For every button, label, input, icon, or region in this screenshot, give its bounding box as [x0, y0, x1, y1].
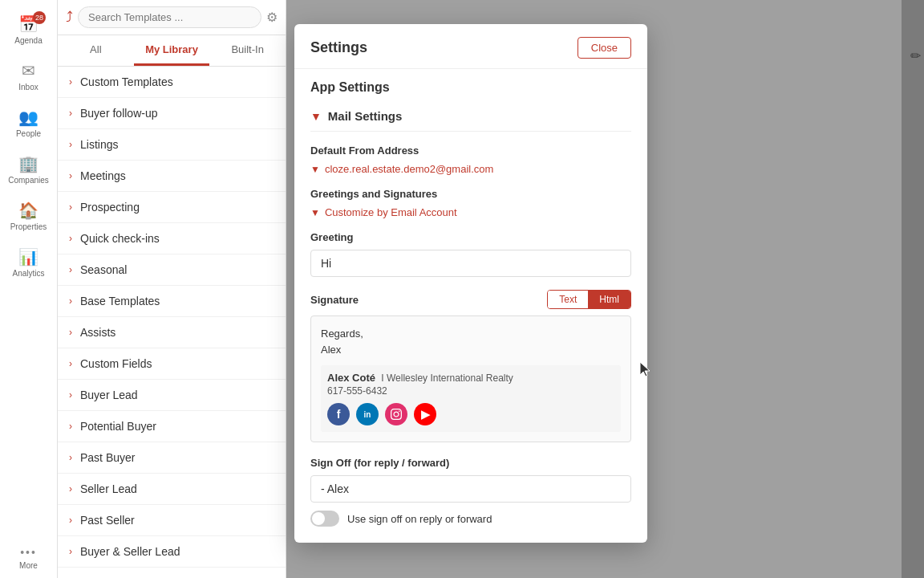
nav-item-properties[interactable]: 🏠 Properties	[0, 193, 57, 239]
icon-nav: 📅 Agenda 28 ✉ Inbox 👥 People 🏢 Companies…	[0, 0, 58, 578]
sidebar-item-label: Buyer & Seller Lead	[80, 545, 180, 558]
sidebar-item-assists[interactable]: › Assists	[58, 317, 286, 348]
main-content: Settings Close App Settings ▼ Mail Setti…	[286, 0, 924, 578]
chevron-right-icon: ›	[69, 389, 72, 401]
chevron-right-icon: ›	[69, 139, 72, 150]
sidebar-item-label: Custom Templates	[80, 75, 173, 88]
sig-phone: 617-555-6432	[327, 385, 614, 397]
signature-row: Signature Text Html	[310, 290, 631, 309]
use-sign-off-toggle[interactable]	[310, 511, 339, 527]
sidebar-item-label: Listings	[80, 138, 118, 151]
signature-label: Signature	[310, 294, 359, 306]
nav-item-more[interactable]: ••• More	[0, 538, 57, 578]
signature-toggle-group: Text Html	[547, 290, 631, 309]
nav-item-agenda[interactable]: 📅 Agenda 28	[0, 6, 57, 53]
sign-off-input[interactable]	[310, 475, 631, 503]
sidebar-item-quick-check-ins[interactable]: › Quick check-ins	[58, 223, 286, 254]
sidebar-item-meetings[interactable]: › Meetings	[58, 161, 286, 192]
sidebar: ⤴ ⚙ All My Library Built-In › Custom Tem…	[58, 0, 286, 578]
customize-link-row: ▼ Customize by Email Account	[310, 206, 631, 218]
sidebar-item-base-templates[interactable]: › Base Templates	[58, 286, 286, 317]
sidebar-item-label: Seasonal	[80, 263, 127, 276]
nav-label-analytics: Analytics	[12, 269, 44, 278]
sidebar-item-buyer-lead[interactable]: › Buyer Lead	[58, 380, 286, 411]
sidebar-item-seasonal[interactable]: › Seasonal	[58, 254, 286, 286]
tab-built-in[interactable]: Built-In	[209, 35, 286, 66]
app-settings-heading: App Settings	[310, 69, 631, 101]
youtube-icon[interactable]: ▶	[414, 403, 436, 425]
chevron-right-icon: ›	[69, 515, 72, 526]
mail-settings-title: Mail Settings	[328, 109, 403, 123]
sidebar-item-label: Meetings	[80, 169, 126, 182]
sidebar-item-label: Potential Buyer	[80, 420, 156, 433]
chevron-right-icon: ›	[69, 170, 72, 181]
chevron-right-icon: ›	[69, 108, 72, 119]
sidebar-item-custom-templates[interactable]: › Custom Templates	[58, 67, 286, 98]
nav-item-companies[interactable]: 🏢 Companies	[0, 146, 57, 193]
social-icons-row: f in ▶	[327, 403, 614, 425]
sig-html-button[interactable]: Html	[588, 291, 630, 308]
sidebar-item-label: Past Seller	[80, 514, 135, 527]
properties-icon: 🏠	[18, 201, 38, 220]
sidebar-item-label: Custom Fields	[80, 357, 152, 370]
sidebar-item-past-seller[interactable]: › Past Seller	[58, 505, 286, 536]
nav-item-inbox[interactable]: ✉ Inbox	[0, 53, 57, 100]
sidebar-item-label: Past Buyer	[80, 451, 135, 464]
sig-text-button[interactable]: Text	[548, 291, 588, 308]
sidebar-item-potential-buyer[interactable]: › Potential Buyer	[58, 411, 286, 442]
chevron-right-icon: ›	[69, 201, 72, 213]
close-button[interactable]: Close	[578, 37, 631, 59]
sidebar-item-label: Assists	[80, 326, 116, 339]
dropdown-arrow-icon: ▼	[310, 207, 320, 218]
sidebar-item-label: Seller Lead	[80, 482, 137, 495]
sidebar-back-button[interactable]: ⤴	[66, 9, 73, 26]
customize-link[interactable]: Customize by Email Account	[325, 206, 457, 218]
use-sign-off-row: Use sign off on reply or forward	[310, 511, 631, 527]
nav-label-inbox: Inbox	[18, 83, 38, 92]
tab-all[interactable]: All	[58, 35, 134, 66]
sidebar-item-prospecting[interactable]: › Prospecting	[58, 192, 286, 223]
sidebar-item-past-buyer[interactable]: › Past Buyer	[58, 442, 286, 474]
facebook-icon[interactable]: f	[327, 403, 350, 425]
mail-settings-section[interactable]: ▼ Mail Settings	[310, 101, 631, 132]
filter-button[interactable]: ⚙	[266, 10, 278, 25]
tab-my-library[interactable]: My Library	[134, 35, 210, 66]
linkedin-icon[interactable]: in	[356, 403, 379, 425]
nav-item-analytics[interactable]: 📊 Analytics	[0, 239, 57, 286]
sidebar-item-seller-lead[interactable]: › Seller Lead	[58, 474, 286, 505]
chevron-right-icon: ›	[69, 264, 72, 275]
more-icon: •••	[20, 546, 37, 559]
modal-body: App Settings ▼ Mail Settings Default Fro…	[294, 69, 647, 543]
sidebar-item-custom-fields[interactable]: › Custom Fields	[58, 348, 286, 380]
email-row: ▼ cloze.real.estate.demo2@gmail.com	[310, 163, 631, 175]
nav-item-people[interactable]: 👥 People	[0, 100, 57, 146]
sidebar-item-buyer-seller-lead[interactable]: › Buyer & Seller Lead	[58, 536, 286, 568]
chevron-down-icon: ▼	[310, 110, 322, 123]
sidebar-item-buyer-follow-up[interactable]: › Buyer follow-up	[58, 98, 286, 129]
nav-label-properties: Properties	[10, 222, 47, 231]
sign-off-section: Sign Off (for reply / forward) Use sign …	[310, 457, 631, 527]
chevron-right-icon: ›	[69, 483, 72, 495]
chevron-right-icon: ›	[69, 421, 72, 432]
sidebar-header: ⤴ ⚙	[58, 0, 286, 35]
default-from-label: Default From Address	[310, 144, 631, 157]
sidebar-item-label: Buyer Lead	[80, 389, 138, 401]
instagram-icon[interactable]	[385, 403, 407, 425]
use-sign-off-label: Use sign off on reply or forward	[347, 513, 492, 525]
sidebar-item-listings[interactable]: › Listings	[58, 129, 286, 161]
search-input[interactable]	[78, 6, 261, 28]
chevron-right-icon: ›	[69, 546, 72, 557]
sig-company: I Wellesley International Realty	[381, 372, 513, 384]
agenda-badge: 28	[33, 11, 46, 24]
people-icon: 👥	[18, 108, 38, 127]
analytics-icon: 📊	[18, 247, 38, 267]
chevron-right-icon: ›	[69, 295, 72, 307]
nav-label-more: More	[19, 561, 38, 570]
chevron-right-icon: ›	[69, 358, 72, 369]
nav-label-people: People	[16, 129, 41, 138]
email-address-link[interactable]: cloze.real.estate.demo2@gmail.com	[325, 163, 493, 175]
companies-icon: 🏢	[18, 154, 38, 173]
signature-box[interactable]: Regards, Alex Alex Coté I Wellesley Inte…	[310, 315, 631, 442]
greeting-input[interactable]	[310, 250, 631, 277]
sidebar-item-label: Base Templates	[80, 295, 160, 307]
